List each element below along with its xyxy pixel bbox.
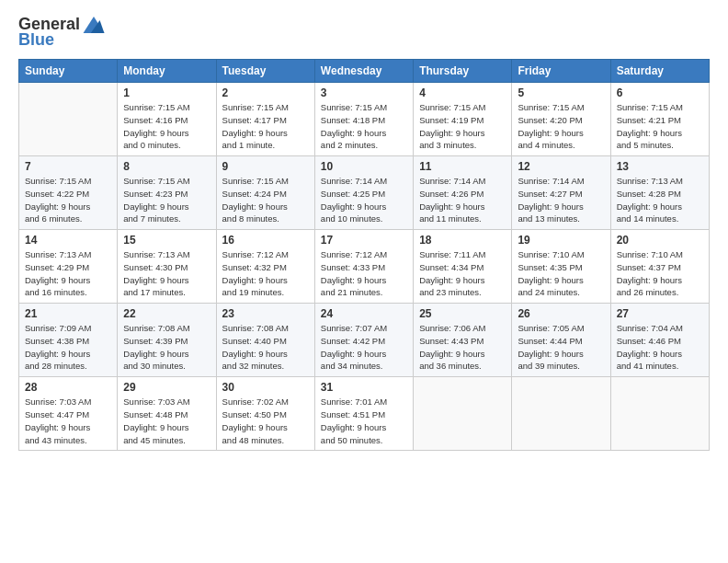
calendar-cell: 13Sunrise: 7:13 AMSunset: 4:28 PMDayligh…	[610, 156, 709, 230]
calendar-cell	[19, 83, 118, 156]
day-number: 18	[419, 234, 506, 247]
calendar-cell: 12Sunrise: 7:14 AMSunset: 4:27 PMDayligh…	[512, 156, 610, 230]
calendar-week-row: 1Sunrise: 7:15 AMSunset: 4:16 PMDaylight…	[19, 83, 710, 156]
day-info: Sunrise: 7:05 AMSunset: 4:44 PMDaylight:…	[518, 322, 604, 373]
calendar-cell: 22Sunrise: 7:08 AMSunset: 4:39 PMDayligh…	[118, 304, 216, 377]
day-number: 14	[25, 234, 111, 247]
header: General Blue	[18, 15, 710, 50]
calendar-cell: 9Sunrise: 7:15 AMSunset: 4:24 PMDaylight…	[216, 156, 314, 230]
calendar-cell: 23Sunrise: 7:08 AMSunset: 4:40 PMDayligh…	[216, 304, 314, 377]
calendar-cell: 8Sunrise: 7:15 AMSunset: 4:23 PMDaylight…	[118, 156, 216, 230]
day-info: Sunrise: 7:10 AMSunset: 4:35 PMDaylight:…	[518, 248, 604, 299]
day-info: Sunrise: 7:13 AMSunset: 4:28 PMDaylight:…	[617, 175, 703, 225]
day-info: Sunrise: 7:01 AMSunset: 4:51 PMDaylight:…	[321, 396, 407, 446]
day-number: 7	[25, 160, 111, 173]
weekday-header-thursday: Thursday	[414, 60, 512, 83]
logo-blue-text: Blue	[18, 30, 54, 50]
day-number: 22	[123, 307, 210, 320]
calendar-cell: 16Sunrise: 7:12 AMSunset: 4:32 PMDayligh…	[216, 230, 314, 304]
day-number: 24	[321, 307, 407, 320]
calendar-cell: 15Sunrise: 7:13 AMSunset: 4:30 PMDayligh…	[118, 230, 216, 304]
day-info: Sunrise: 7:15 AMSunset: 4:21 PMDaylight:…	[617, 101, 703, 152]
calendar-cell: 24Sunrise: 7:07 AMSunset: 4:42 PMDayligh…	[314, 304, 413, 377]
day-info: Sunrise: 7:14 AMSunset: 4:27 PMDaylight:…	[518, 175, 604, 225]
day-number: 12	[518, 160, 604, 173]
calendar-cell	[610, 377, 709, 451]
calendar-cell: 29Sunrise: 7:03 AMSunset: 4:48 PMDayligh…	[118, 377, 216, 451]
day-number: 25	[419, 307, 506, 320]
day-number: 15	[123, 234, 210, 247]
calendar-week-row: 21Sunrise: 7:09 AMSunset: 4:38 PMDayligh…	[19, 304, 710, 377]
day-info: Sunrise: 7:02 AMSunset: 4:50 PMDaylight:…	[222, 396, 309, 446]
day-number: 23	[222, 307, 309, 320]
day-number: 30	[222, 381, 309, 394]
day-info: Sunrise: 7:09 AMSunset: 4:38 PMDaylight:…	[25, 322, 111, 373]
day-number: 11	[419, 160, 506, 173]
weekday-header-sunday: Sunday	[19, 60, 118, 83]
calendar-cell: 10Sunrise: 7:14 AMSunset: 4:25 PMDayligh…	[314, 156, 413, 230]
day-info: Sunrise: 7:11 AMSunset: 4:34 PMDaylight:…	[419, 248, 506, 299]
day-info: Sunrise: 7:12 AMSunset: 4:33 PMDaylight:…	[321, 248, 407, 299]
day-info: Sunrise: 7:15 AMSunset: 4:17 PMDaylight:…	[222, 101, 309, 152]
day-info: Sunrise: 7:15 AMSunset: 4:19 PMDaylight:…	[419, 101, 506, 152]
calendar-cell: 7Sunrise: 7:15 AMSunset: 4:22 PMDaylight…	[19, 156, 118, 230]
day-info: Sunrise: 7:04 AMSunset: 4:46 PMDaylight:…	[617, 322, 703, 373]
calendar-week-row: 14Sunrise: 7:13 AMSunset: 4:29 PMDayligh…	[19, 230, 710, 304]
weekday-header-wednesday: Wednesday	[314, 60, 413, 83]
page: General Blue SundayMondayTuesdayWednesda…	[0, 0, 728, 460]
day-info: Sunrise: 7:15 AMSunset: 4:20 PMDaylight:…	[518, 101, 604, 152]
day-number: 10	[321, 160, 407, 173]
day-number: 20	[617, 234, 703, 247]
calendar-cell: 3Sunrise: 7:15 AMSunset: 4:18 PMDaylight…	[314, 83, 413, 156]
weekday-header-row: SundayMondayTuesdayWednesdayThursdayFrid…	[19, 60, 710, 83]
day-number: 19	[518, 234, 604, 247]
calendar-week-row: 28Sunrise: 7:03 AMSunset: 4:47 PMDayligh…	[19, 377, 710, 451]
calendar-cell: 11Sunrise: 7:14 AMSunset: 4:26 PMDayligh…	[414, 156, 512, 230]
calendar-cell: 14Sunrise: 7:13 AMSunset: 4:29 PMDayligh…	[19, 230, 118, 304]
day-info: Sunrise: 7:12 AMSunset: 4:32 PMDaylight:…	[222, 248, 309, 299]
day-info: Sunrise: 7:03 AMSunset: 4:47 PMDaylight:…	[25, 396, 111, 446]
day-number: 2	[222, 86, 309, 99]
day-number: 8	[123, 160, 210, 173]
logo: General Blue	[18, 15, 105, 50]
day-info: Sunrise: 7:13 AMSunset: 4:29 PMDaylight:…	[25, 248, 111, 299]
calendar-cell: 26Sunrise: 7:05 AMSunset: 4:44 PMDayligh…	[512, 304, 610, 377]
calendar-cell: 21Sunrise: 7:09 AMSunset: 4:38 PMDayligh…	[19, 304, 118, 377]
calendar-cell: 25Sunrise: 7:06 AMSunset: 4:43 PMDayligh…	[414, 304, 512, 377]
calendar-cell: 30Sunrise: 7:02 AMSunset: 4:50 PMDayligh…	[216, 377, 314, 451]
weekday-header-friday: Friday	[512, 60, 610, 83]
day-info: Sunrise: 7:06 AMSunset: 4:43 PMDaylight:…	[419, 322, 506, 373]
day-number: 4	[419, 86, 506, 99]
day-info: Sunrise: 7:15 AMSunset: 4:16 PMDaylight:…	[123, 101, 210, 152]
day-info: Sunrise: 7:15 AMSunset: 4:24 PMDaylight:…	[222, 175, 309, 225]
calendar-cell: 18Sunrise: 7:11 AMSunset: 4:34 PMDayligh…	[414, 230, 512, 304]
calendar-cell: 19Sunrise: 7:10 AMSunset: 4:35 PMDayligh…	[512, 230, 610, 304]
calendar-cell: 20Sunrise: 7:10 AMSunset: 4:37 PMDayligh…	[610, 230, 709, 304]
day-number: 16	[222, 234, 309, 247]
day-info: Sunrise: 7:07 AMSunset: 4:42 PMDaylight:…	[321, 322, 407, 373]
calendar-table: SundayMondayTuesdayWednesdayThursdayFrid…	[18, 59, 710, 451]
calendar-cell	[512, 377, 610, 451]
calendar-cell: 1Sunrise: 7:15 AMSunset: 4:16 PMDaylight…	[118, 83, 216, 156]
day-number: 5	[518, 86, 604, 99]
calendar-cell: 28Sunrise: 7:03 AMSunset: 4:47 PMDayligh…	[19, 377, 118, 451]
calendar-cell	[414, 377, 512, 451]
day-info: Sunrise: 7:08 AMSunset: 4:39 PMDaylight:…	[123, 322, 210, 373]
day-info: Sunrise: 7:14 AMSunset: 4:26 PMDaylight:…	[419, 175, 506, 225]
day-info: Sunrise: 7:10 AMSunset: 4:37 PMDaylight:…	[617, 248, 703, 299]
calendar-cell: 2Sunrise: 7:15 AMSunset: 4:17 PMDaylight…	[216, 83, 314, 156]
day-number: 9	[222, 160, 309, 173]
day-info: Sunrise: 7:03 AMSunset: 4:48 PMDaylight:…	[123, 396, 210, 446]
logo-triangle-icon	[83, 17, 105, 33]
day-number: 3	[321, 86, 407, 99]
calendar-cell: 27Sunrise: 7:04 AMSunset: 4:46 PMDayligh…	[610, 304, 709, 377]
day-info: Sunrise: 7:15 AMSunset: 4:23 PMDaylight:…	[123, 175, 210, 225]
day-info: Sunrise: 7:15 AMSunset: 4:22 PMDaylight:…	[25, 175, 111, 225]
calendar-week-row: 7Sunrise: 7:15 AMSunset: 4:22 PMDaylight…	[19, 156, 710, 230]
day-number: 1	[123, 86, 210, 99]
day-info: Sunrise: 7:15 AMSunset: 4:18 PMDaylight:…	[321, 101, 407, 152]
day-number: 17	[321, 234, 407, 247]
day-info: Sunrise: 7:14 AMSunset: 4:25 PMDaylight:…	[321, 175, 407, 225]
day-info: Sunrise: 7:13 AMSunset: 4:30 PMDaylight:…	[123, 248, 210, 299]
day-number: 27	[617, 307, 703, 320]
